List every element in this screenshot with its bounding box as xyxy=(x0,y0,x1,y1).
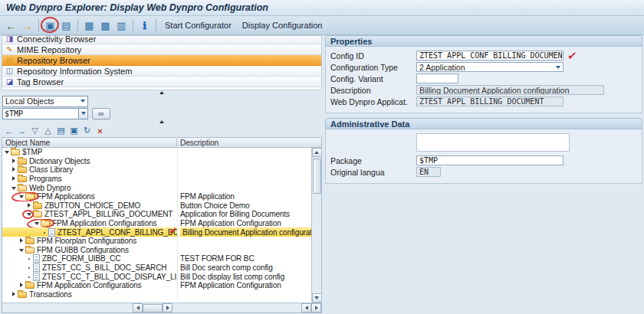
expand-arrow-icon[interactable] xyxy=(11,291,17,298)
create-icon[interactable]: ▤ xyxy=(59,18,74,33)
horizontal-scrollbar[interactable] xyxy=(2,303,321,312)
filter-icon[interactable]: ▽ xyxy=(29,125,41,136)
package-label: Package xyxy=(330,156,416,165)
browser-item-label: Tag Browser xyxy=(17,77,64,87)
browser-item-label: Connectivity Browser xyxy=(17,35,96,44)
tree-row[interactable]: FPM GUIBB Configurations xyxy=(2,246,311,255)
forward-icon[interactable]: → xyxy=(20,18,34,33)
arrow-left-icon xyxy=(305,306,308,310)
expand-arrow-icon[interactable] xyxy=(11,158,17,165)
arrow-down-icon xyxy=(314,296,319,299)
tree-row[interactable]: Programs xyxy=(2,175,311,184)
tree-row[interactable]: Transactions xyxy=(2,290,311,299)
scroll-up-button[interactable] xyxy=(312,148,322,157)
config-id-input[interactable]: ZTEST_APPL_CONF_BILLING_DOCUMENT xyxy=(416,51,564,61)
expand-arrow-icon[interactable] xyxy=(18,237,25,244)
scroll-right-button[interactable] xyxy=(311,303,321,312)
tree-row[interactable]: Class Library xyxy=(2,165,311,175)
tree-row[interactable]: Dictionary Objects xyxy=(2,157,311,166)
expand-arrow-icon[interactable] xyxy=(4,149,10,155)
configuration-panel: Properties Config ID ZTEST_APPL_CONF_BIL… xyxy=(325,35,642,188)
scope-value: Local Objects xyxy=(5,96,54,106)
document-icon xyxy=(33,254,40,263)
browser-item-repository-info[interactable]: ◫ Repository Information System xyxy=(2,66,321,77)
configuration-type-select[interactable]: 2 Application xyxy=(416,62,564,72)
tree-row[interactable]: Web Dynpro xyxy=(2,183,311,192)
arrow-up-icon xyxy=(314,151,319,154)
expand-arrow-icon[interactable] xyxy=(26,211,32,218)
tag-browser-icon: ◪ xyxy=(5,77,15,86)
administrative-data-group: Administrative Data Package $TMP Origina… xyxy=(325,118,642,184)
column-header-description[interactable]: Description xyxy=(177,139,321,147)
tree-row[interactable]: FPM Floorplan Configurations xyxy=(2,237,311,246)
navigator-panel: ◨ Connectivity Browser ✎ MIME Repository… xyxy=(2,35,322,313)
close-icon[interactable]: × xyxy=(94,125,106,136)
expand-arrow-icon[interactable] xyxy=(11,185,17,191)
mime-icon[interactable]: ▦ xyxy=(82,18,97,33)
scroll-down-button[interactable] xyxy=(312,293,322,303)
tree-row[interactable]: ZBUTTON_CHOICE_DEMO Button Choice Demo xyxy=(2,201,311,211)
repository-browser-icon: ▤ xyxy=(5,56,15,64)
browser-item-repository[interactable]: ▤ Repository Browser xyxy=(2,55,321,66)
display-object-button[interactable]: ∞ xyxy=(92,108,110,119)
expand-arrow-icon[interactable] xyxy=(11,166,17,173)
info-icon[interactable]: ℹ xyxy=(137,18,152,33)
tree-row-fpm-applications[interactable]: FPM Applications FPM Application xyxy=(2,192,311,201)
vertical-scrollbar[interactable] xyxy=(311,148,321,303)
start-configurator-button[interactable]: Start Configurator xyxy=(160,18,236,33)
column-header-object-name[interactable]: Object Name xyxy=(2,139,177,147)
scroll-left-button[interactable] xyxy=(301,303,311,312)
tree-row[interactable]: ZBC_FORM_UIBB_CC TEST FORM FOR BC xyxy=(2,254,311,263)
tree-row[interactable]: ZTEST_CC_S_BILL_DOC_SEARCH Bill Doc sear… xyxy=(2,263,311,273)
browser-item-label: Repository Browser xyxy=(17,56,90,65)
browser-item-label: Repository Information System xyxy=(17,67,132,76)
administrative-data-header: Administrative Data xyxy=(325,118,642,129)
object-scope-select[interactable]: Local Objects xyxy=(2,96,88,107)
expand-arrow-icon[interactable] xyxy=(34,220,40,227)
config-variant-input[interactable] xyxy=(416,74,458,83)
browser-item-tag[interactable]: ◪ Tag Browser xyxy=(2,77,321,87)
leaf-bullet-icon xyxy=(26,255,32,262)
annotation-check-config-id: ✓ xyxy=(567,49,577,61)
history-back-icon[interactable]: ← xyxy=(3,125,15,136)
expand-arrow-icon[interactable] xyxy=(18,193,25,200)
expand-arrow-icon[interactable] xyxy=(26,202,32,209)
layout-icon[interactable]: ▣ xyxy=(68,125,80,136)
hierarchy-icon[interactable]: ▩ xyxy=(98,18,113,33)
scrollbar-thumb[interactable] xyxy=(143,304,163,312)
window-icon[interactable]: ▥ xyxy=(114,18,129,33)
expand-arrow-icon[interactable] xyxy=(18,247,25,253)
value-help-button[interactable] xyxy=(78,108,88,119)
tree-row-fpm-app-configurations[interactable]: FPM Application Configurations FPM Appli… xyxy=(2,219,311,228)
history-forward-icon[interactable]: → xyxy=(16,125,28,136)
expand-arrow-icon[interactable] xyxy=(18,282,25,289)
tree-toolbar: ← → ▽ △ ▤ ▣ ↻ × xyxy=(2,124,322,137)
splitter-arrow-icon xyxy=(159,120,164,123)
package-input[interactable]: $TMP xyxy=(416,155,564,165)
admin-empty-field xyxy=(416,133,570,152)
annotation-check-tree: ✓ xyxy=(168,227,177,237)
tree-row[interactable]: ZTEST_CC_T_BILL_DOC_DISPLAY_LIST Bill Do… xyxy=(2,272,311,281)
browser-item-connectivity[interactable]: ◨ Connectivity Browser xyxy=(2,35,321,44)
refresh-icon[interactable]: ↻ xyxy=(81,125,93,136)
back-icon[interactable]: ← xyxy=(4,18,18,33)
expand-arrow-icon[interactable] xyxy=(11,175,17,182)
tree-row[interactable]: $TMP xyxy=(2,148,311,157)
tree-row-selected-configuration[interactable]: ZTEST_APPL_CONF_BILLING_DOCUMENT ✓ Billi… xyxy=(2,227,311,237)
tree-row[interactable]: FPM Application Configurations FPM Appli… xyxy=(2,281,311,290)
display-object-icon[interactable]: ▣ xyxy=(43,18,58,33)
scroll-right-button[interactable] xyxy=(163,303,172,312)
tree-body: $TMP Dictionary Objects Class Library Pr… xyxy=(2,148,321,303)
arrow-right-icon xyxy=(166,306,169,310)
views-icon[interactable]: ▤ xyxy=(55,125,67,136)
object-name-input[interactable]: $TMP xyxy=(2,108,78,119)
scroll-left-button[interactable] xyxy=(133,303,143,312)
leaf-bullet-icon xyxy=(26,264,32,271)
folder-open-icon xyxy=(41,221,50,227)
sort-up-icon[interactable]: △ xyxy=(42,125,54,136)
scrollbar-thumb[interactable] xyxy=(313,159,321,194)
tree-row-billing-application[interactable]: ZTEST_APPL_BILLING_DOCUMENT Application … xyxy=(2,210,311,219)
folder-icon xyxy=(18,159,27,165)
browser-item-mime[interactable]: ✎ MIME Repository xyxy=(2,44,321,55)
display-configuration-button[interactable]: Display Configuration xyxy=(238,18,327,33)
